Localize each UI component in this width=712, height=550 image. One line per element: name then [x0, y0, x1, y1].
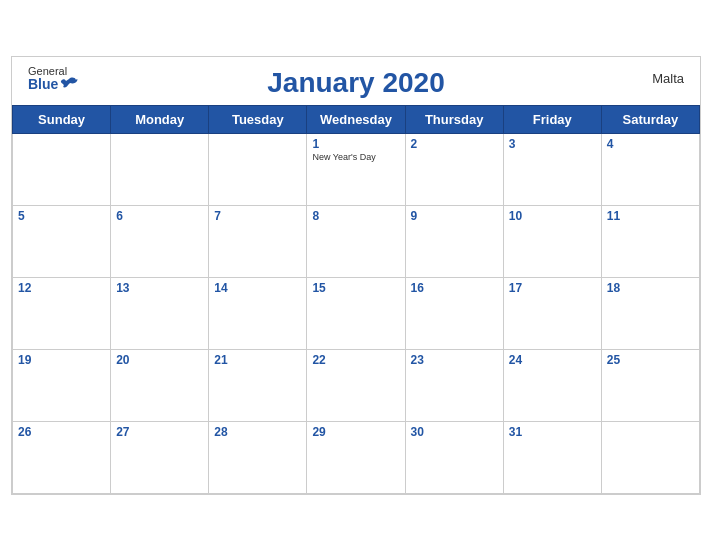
day-number: 14	[214, 281, 301, 295]
calendar-cell	[111, 133, 209, 205]
calendar-table: Sunday Monday Tuesday Wednesday Thursday…	[12, 105, 700, 494]
day-number: 19	[18, 353, 105, 367]
calendar-cell: 17	[503, 277, 601, 349]
day-number: 12	[18, 281, 105, 295]
calendar-cell: 29	[307, 421, 405, 493]
calendar-cell: 2	[405, 133, 503, 205]
day-number: 30	[411, 425, 498, 439]
header-tuesday: Tuesday	[209, 105, 307, 133]
day-number: 13	[116, 281, 203, 295]
calendar-cell: 10	[503, 205, 601, 277]
calendar-cell: 9	[405, 205, 503, 277]
header-wednesday: Wednesday	[307, 105, 405, 133]
header-friday: Friday	[503, 105, 601, 133]
logo-bird-icon	[60, 77, 78, 93]
calendar: General Blue January 2020 Malta Sunday M…	[11, 56, 701, 495]
day-number: 7	[214, 209, 301, 223]
calendar-cell	[601, 421, 699, 493]
calendar-cell: 13	[111, 277, 209, 349]
calendar-header: General Blue January 2020 Malta	[12, 57, 700, 105]
calendar-cell: 14	[209, 277, 307, 349]
calendar-cell: 1New Year's Day	[307, 133, 405, 205]
holiday-label: New Year's Day	[312, 152, 399, 162]
calendar-cell: 20	[111, 349, 209, 421]
calendar-cell: 18	[601, 277, 699, 349]
day-number: 17	[509, 281, 596, 295]
day-number: 10	[509, 209, 596, 223]
calendar-cell: 8	[307, 205, 405, 277]
day-number: 27	[116, 425, 203, 439]
logo: General Blue	[28, 65, 78, 93]
day-number: 22	[312, 353, 399, 367]
calendar-cell: 7	[209, 205, 307, 277]
calendar-cell: 12	[13, 277, 111, 349]
calendar-week-row: 567891011	[13, 205, 700, 277]
calendar-title: January 2020	[267, 67, 444, 99]
calendar-cell: 30	[405, 421, 503, 493]
day-number: 2	[411, 137, 498, 151]
day-number: 5	[18, 209, 105, 223]
day-number: 9	[411, 209, 498, 223]
day-number: 1	[312, 137, 399, 151]
calendar-cell: 26	[13, 421, 111, 493]
day-number: 20	[116, 353, 203, 367]
calendar-cell: 21	[209, 349, 307, 421]
day-number: 31	[509, 425, 596, 439]
day-number: 23	[411, 353, 498, 367]
calendar-cell: 15	[307, 277, 405, 349]
day-number: 25	[607, 353, 694, 367]
day-number: 18	[607, 281, 694, 295]
calendar-cell: 22	[307, 349, 405, 421]
calendar-week-row: 19202122232425	[13, 349, 700, 421]
logo-general-text: General	[28, 65, 67, 77]
calendar-cell: 27	[111, 421, 209, 493]
calendar-cell: 6	[111, 205, 209, 277]
header-monday: Monday	[111, 105, 209, 133]
day-number: 26	[18, 425, 105, 439]
calendar-cell: 28	[209, 421, 307, 493]
day-number: 29	[312, 425, 399, 439]
day-number: 8	[312, 209, 399, 223]
calendar-cell: 3	[503, 133, 601, 205]
calendar-cell: 5	[13, 205, 111, 277]
logo-blue-text: Blue	[28, 77, 58, 92]
day-number: 6	[116, 209, 203, 223]
header-saturday: Saturday	[601, 105, 699, 133]
calendar-week-row: 1New Year's Day234	[13, 133, 700, 205]
calendar-cell: 23	[405, 349, 503, 421]
header-thursday: Thursday	[405, 105, 503, 133]
calendar-cell: 25	[601, 349, 699, 421]
calendar-cell: 4	[601, 133, 699, 205]
calendar-week-row: 12131415161718	[13, 277, 700, 349]
calendar-cell: 24	[503, 349, 601, 421]
calendar-cell	[209, 133, 307, 205]
day-number: 16	[411, 281, 498, 295]
day-number: 24	[509, 353, 596, 367]
day-number: 15	[312, 281, 399, 295]
day-number: 4	[607, 137, 694, 151]
calendar-cell: 16	[405, 277, 503, 349]
day-number: 21	[214, 353, 301, 367]
day-number: 28	[214, 425, 301, 439]
calendar-cell: 11	[601, 205, 699, 277]
calendar-cell: 19	[13, 349, 111, 421]
calendar-week-row: 262728293031	[13, 421, 700, 493]
day-number: 11	[607, 209, 694, 223]
header-sunday: Sunday	[13, 105, 111, 133]
calendar-cell	[13, 133, 111, 205]
day-number: 3	[509, 137, 596, 151]
country-label: Malta	[652, 71, 684, 86]
calendar-cell: 31	[503, 421, 601, 493]
weekday-header-row: Sunday Monday Tuesday Wednesday Thursday…	[13, 105, 700, 133]
